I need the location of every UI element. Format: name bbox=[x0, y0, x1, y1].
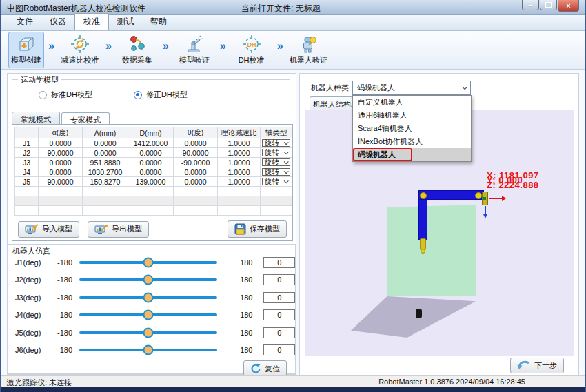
theta-cell[interactable]: 0.0000 bbox=[174, 177, 218, 187]
slider-max: 180 bbox=[232, 346, 253, 354]
radio-modified-label: 修正DH模型 bbox=[146, 90, 188, 100]
next-step-label: 下一步 bbox=[534, 360, 557, 371]
j4-slider[interactable] bbox=[79, 313, 217, 316]
j3-slider[interactable] bbox=[79, 296, 217, 299]
d-cell[interactable]: 1412.0000 bbox=[128, 138, 174, 148]
restore-button[interactable] bbox=[540, 0, 557, 10]
j3-value-input[interactable]: 0 bbox=[263, 292, 295, 303]
j2-slider[interactable] bbox=[79, 278, 217, 281]
chevron-down-icon bbox=[284, 159, 289, 164]
header-theta: θ(度) bbox=[174, 127, 218, 138]
a-cell[interactable]: 150.8270 bbox=[83, 177, 128, 187]
slider-min: -180 bbox=[49, 346, 72, 354]
j1-slider[interactable] bbox=[79, 261, 217, 264]
tab-robot-structure[interactable]: 机器人结构示意 bbox=[310, 96, 353, 110]
slider-thumb[interactable] bbox=[143, 275, 153, 285]
reset-button[interactable]: 复位 bbox=[243, 360, 287, 377]
ratio-cell[interactable]: 1.0000 bbox=[218, 177, 261, 187]
j4-value-input[interactable]: 0 bbox=[263, 309, 295, 320]
step-dh-calibration[interactable]: DH DH校准 bbox=[230, 32, 273, 68]
z-axis-arrow bbox=[485, 206, 486, 214]
import-model-label: 导入模型 bbox=[42, 224, 72, 234]
ratio-cell[interactable]: 1.0000 bbox=[218, 148, 261, 158]
j5-slider[interactable] bbox=[79, 331, 217, 334]
floor-pillar bbox=[416, 309, 422, 318]
theta-cell[interactable]: 90.0000 bbox=[174, 148, 218, 158]
theta-cell[interactable]: -90.0000 bbox=[174, 158, 218, 167]
a-cell[interactable]: 0.0000 bbox=[83, 138, 128, 148]
robot-type-select[interactable]: 码垛机器人 bbox=[352, 81, 471, 95]
radio-modified-dh[interactable]: 修正DH模型 bbox=[134, 90, 188, 100]
menu-file[interactable]: 文件 bbox=[8, 14, 41, 30]
chevron-down-icon bbox=[284, 178, 289, 183]
step-label: 减速比校准 bbox=[61, 55, 99, 65]
d-cell[interactable]: 0.0000 bbox=[128, 167, 174, 177]
alpha-cell[interactable]: 0.0000 bbox=[39, 158, 83, 167]
j6-slider[interactable] bbox=[79, 349, 217, 351]
j2-value-input[interactable]: 0 bbox=[263, 274, 295, 285]
import-model-button[interactable]: 导入模型 bbox=[18, 221, 79, 238]
slider-row-j3: J3(deg) -180 180 0 bbox=[8, 289, 295, 307]
step-robot-verification[interactable]: 机器人验证 bbox=[287, 32, 330, 68]
slider-max: 180 bbox=[232, 276, 253, 284]
a-cell[interactable]: 0.0000 bbox=[83, 148, 128, 158]
option-custom-robot[interactable]: 自定义机器人 bbox=[353, 96, 471, 109]
version-timestamp: RobotMaster 1.0.3876 2024/09/04 16:28:45 bbox=[378, 378, 525, 386]
ratio-cell[interactable]: 1.0000 bbox=[218, 158, 261, 167]
alpha-cell[interactable]: 90.0000 bbox=[39, 148, 83, 158]
alpha-cell[interactable]: 0.0000 bbox=[39, 167, 83, 177]
j6-value-input[interactable]: 0 bbox=[263, 344, 295, 355]
joint-name: J5 bbox=[15, 177, 39, 187]
option-inexbot-cobot[interactable]: INexBot协作机器人 bbox=[353, 135, 471, 148]
cube-icon bbox=[17, 34, 36, 54]
option-palletizing-robot[interactable]: 码垛机器人 bbox=[353, 148, 471, 161]
menu-calibration[interactable]: 校准 bbox=[74, 13, 109, 30]
step-model-verification[interactable]: 模型验证 bbox=[173, 32, 216, 68]
axis-type-select[interactable]: 旋转 bbox=[262, 149, 290, 156]
step-data-collection[interactable]: 数据采集 bbox=[116, 32, 159, 68]
axis-type-select[interactable]: 旋转 bbox=[262, 139, 290, 147]
menu-instrument[interactable]: 仪器 bbox=[41, 14, 74, 30]
axis-type-value: 旋转 bbox=[265, 138, 279, 148]
slider-thumb[interactable] bbox=[143, 310, 153, 320]
minimize-button[interactable]: – bbox=[522, 0, 539, 10]
next-step-button[interactable]: 下一步 bbox=[510, 358, 564, 373]
export-model-button[interactable]: 导出模型 bbox=[88, 221, 149, 238]
theta-cell[interactable]: 0.0000 bbox=[174, 138, 218, 148]
close-button[interactable]: × bbox=[558, 0, 579, 12]
option-scara-4axis-robot[interactable]: Scara4轴机器人 bbox=[353, 122, 471, 135]
d-cell[interactable]: 0.0000 bbox=[128, 148, 174, 158]
a-cell[interactable]: 951.8880 bbox=[83, 158, 128, 167]
slider-thumb[interactable] bbox=[143, 345, 153, 355]
radio-standard-dh[interactable]: 标准DH模型 bbox=[39, 90, 92, 100]
slider-thumb[interactable] bbox=[143, 327, 153, 338]
step-ratio-calibration[interactable]: 减速比校准 bbox=[59, 32, 101, 68]
j5-value-input[interactable]: 0 bbox=[263, 327, 295, 338]
ratio-cell[interactable]: 1.0000 bbox=[218, 138, 261, 148]
alpha-cell[interactable]: 90.0000 bbox=[39, 177, 83, 187]
j1-value-input[interactable]: 0 bbox=[263, 257, 295, 268]
ratio-cell[interactable]: 1.0000 bbox=[218, 167, 261, 177]
menu-test[interactable]: 测试 bbox=[109, 14, 142, 30]
slider-min: -180 bbox=[49, 329, 72, 337]
axis-type-select[interactable]: 旋转 bbox=[262, 158, 290, 166]
save-model-button[interactable]: 保存模型 bbox=[228, 220, 287, 238]
a-cell[interactable]: 1030.2700 bbox=[83, 167, 128, 177]
menu-help[interactable]: 帮助 bbox=[142, 14, 175, 30]
theta-cell[interactable]: 0.0000 bbox=[174, 167, 218, 177]
status-bar: 激光跟踪仪: 未连接 RobotMaster 1.0.3876 2024/09/… bbox=[1, 375, 585, 387]
step-model-create[interactable]: 模型创建 bbox=[8, 32, 44, 68]
d-cell[interactable]: 139.0000 bbox=[128, 177, 174, 187]
dh-parameter-table: α(度) A(mm) D(mm) θ(度) 理论减速比 轴类型 J1 0.000… bbox=[14, 127, 292, 216]
axis-type-select[interactable]: 旋转 bbox=[262, 168, 290, 176]
slider-thumb[interactable] bbox=[143, 292, 153, 302]
slider-thumb[interactable] bbox=[143, 257, 153, 267]
alpha-cell[interactable]: 0.0000 bbox=[39, 138, 83, 148]
radio-selected-icon[interactable] bbox=[134, 91, 142, 99]
slider-row-j1: J1(deg) -180 180 0 bbox=[8, 254, 295, 271]
axis-type-select[interactable]: 旋转 bbox=[262, 178, 290, 185]
reset-icon bbox=[250, 363, 261, 374]
radio-unselected-icon[interactable] bbox=[39, 91, 47, 99]
d-cell[interactable]: 0.0000 bbox=[128, 158, 174, 167]
option-general-6axis-robot[interactable]: 通用6轴机器人 bbox=[353, 109, 471, 122]
